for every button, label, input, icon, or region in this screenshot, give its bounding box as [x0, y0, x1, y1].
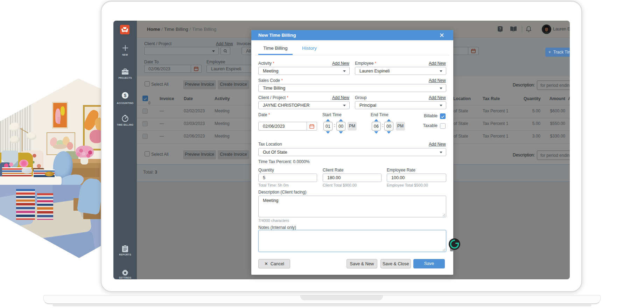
svg-text:$: $ — [124, 93, 127, 98]
